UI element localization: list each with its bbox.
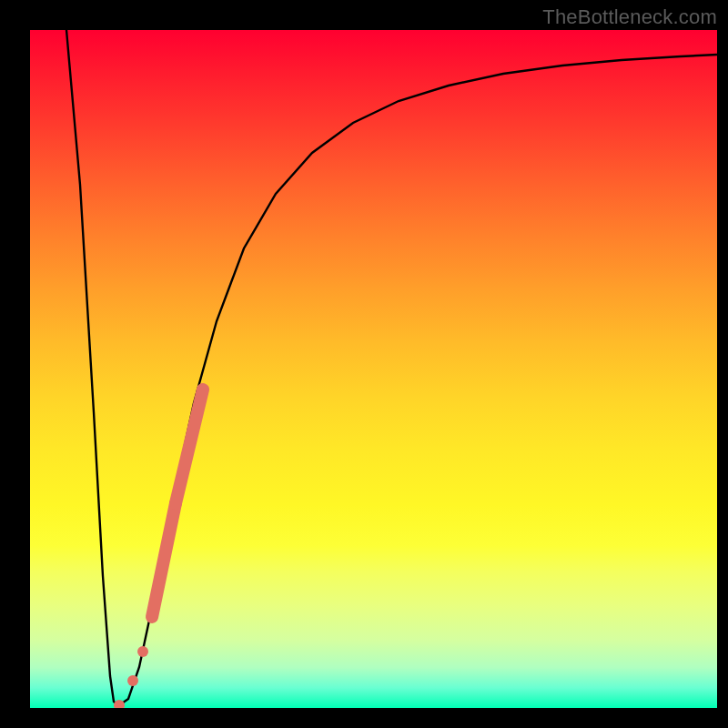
marker-dot-bottom <box>114 700 125 708</box>
marker-segment-lower <box>152 503 176 617</box>
marker-dot-2 <box>127 675 138 686</box>
chart-frame: TheBottleneck.com <box>0 0 728 728</box>
bottleneck-curve <box>66 30 717 705</box>
marker-dot-3 <box>137 646 148 657</box>
marker-segment-upper <box>176 389 203 503</box>
chart-svg <box>30 30 717 708</box>
watermark-text: TheBottleneck.com <box>542 5 717 29</box>
plot-area <box>30 30 717 708</box>
